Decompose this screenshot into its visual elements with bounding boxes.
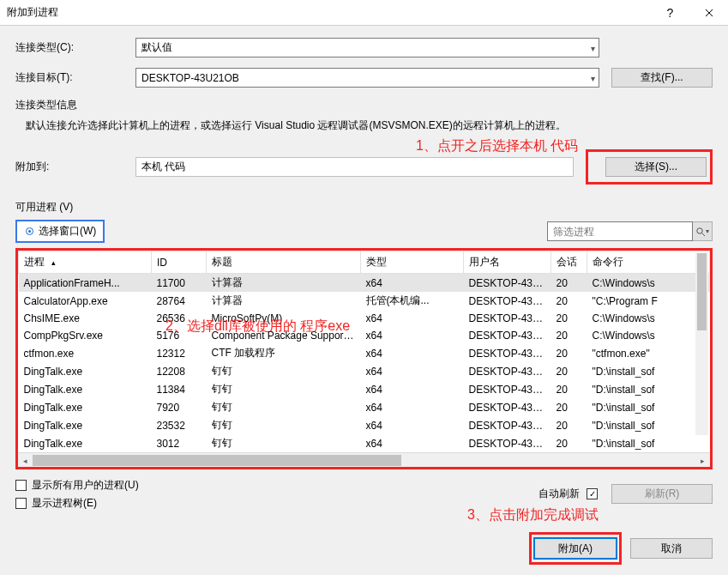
vertical-scrollbar[interactable] [695, 253, 708, 435]
cell-session: 20 [551, 416, 587, 434]
cell-cmd: "C:\Program F [587, 292, 710, 310]
scroll-left-icon[interactable]: ◂ [18, 453, 33, 468]
cell-type: 托管(本机编... [361, 292, 464, 310]
cell-process: ApplicationFrameH... [19, 274, 152, 293]
window-title: 附加到进程 [7, 5, 651, 20]
cell-title: 钉钉 [207, 380, 361, 398]
cell-title: 计算器 [207, 292, 361, 310]
table-row[interactable]: ApplicationFrameH...11700计算器x64DESKTOP-4… [19, 274, 710, 293]
process-table[interactable]: 进程▴ ID 标题 类型 用户名 会话 命令行 ApplicationFrame… [18, 251, 710, 452]
table-row[interactable]: DingTalk.exe3012钉钉x64DESKTOP-43U21O...20… [19, 434, 710, 452]
search-icon [695, 227, 706, 237]
chevron-down-icon: ▾ [591, 73, 595, 82]
attach-to-field: 本机 代码 [135, 157, 574, 177]
cell-user: DESKTOP-43U21O... [464, 344, 551, 362]
table-row[interactable]: DingTalk.exe7920钉钉x64DESKTOP-43U21O...20… [19, 398, 710, 416]
horizontal-scrollbar[interactable]: ◂ ▸ [18, 452, 710, 467]
connection-type-value: 默认值 [141, 40, 172, 55]
auto-refresh-checkbox[interactable]: ✓ [587, 488, 598, 499]
table-row[interactable]: DingTalk.exe12208钉钉x64DESKTOP-43U21O...2… [19, 362, 710, 380]
cell-session: 20 [551, 434, 587, 452]
cell-id: 26536 [152, 310, 207, 327]
cell-user: DESKTOP-43U21O... [464, 327, 551, 344]
cell-id: 7920 [152, 398, 207, 416]
cell-session: 20 [551, 398, 587, 416]
cell-user: DESKTOP-43U21O... [464, 434, 551, 452]
col-type[interactable]: 类型 [361, 251, 464, 274]
svg-line-3 [702, 233, 706, 236]
connection-info-heading: 连接类型信息 [15, 98, 713, 112]
cell-id: 11384 [152, 380, 207, 398]
cell-id: 28764 [152, 292, 207, 310]
cell-process: CompPkgSrv.exe [19, 327, 152, 344]
cell-type: x64 [361, 344, 464, 362]
table-header-row[interactable]: 进程▴ ID 标题 类型 用户名 会话 命令行 [19, 251, 710, 274]
svg-point-2 [697, 227, 702, 233]
table-row[interactable]: CalculatorApp.exe28764计算器托管(本机编...DESKTO… [19, 292, 710, 310]
show-process-tree-checkbox[interactable] [15, 498, 27, 509]
cell-process: DingTalk.exe [19, 398, 152, 416]
search-button[interactable]: ▾ [693, 221, 713, 241]
cell-process: DingTalk.exe [19, 434, 152, 452]
cell-type: x64 [361, 416, 464, 434]
scroll-right-icon[interactable]: ▸ [695, 453, 710, 468]
find-button[interactable]: 查找(F)... [611, 68, 713, 88]
col-id[interactable]: ID [152, 251, 207, 274]
table-row[interactable]: DingTalk.exe11384钉钉x64DESKTOP-43U21O...2… [19, 380, 710, 398]
select-button[interactable]: 选择(S)... [605, 157, 707, 177]
auto-refresh-label: 自动刷新 [538, 487, 580, 501]
connection-target-value: DESKTOP-43U21OB [141, 72, 239, 84]
cancel-button[interactable]: 取消 [630, 538, 713, 559]
cell-id: 12312 [152, 344, 207, 362]
table-row[interactable]: CompPkgSrv.exe5176Component Package Supp… [19, 327, 710, 344]
cell-session: 20 [551, 380, 587, 398]
svg-point-1 [28, 230, 31, 233]
process-table-highlight: 进程▴ ID 标题 类型 用户名 会话 命令行 ApplicationFrame… [15, 248, 713, 469]
cell-session: 20 [551, 362, 587, 380]
cell-type: x64 [361, 380, 464, 398]
cell-title: CTF 加载程序 [207, 344, 361, 362]
table-row[interactable]: DingTalk.exe23532钉钉x64DESKTOP-43U21O...2… [19, 416, 710, 434]
col-user[interactable]: 用户名 [464, 251, 551, 274]
col-session[interactable]: 会话 [551, 251, 587, 274]
cell-user: DESKTOP-43U21O... [464, 274, 551, 293]
cell-session: 20 [551, 292, 587, 310]
cell-id: 12208 [152, 362, 207, 380]
cell-cmd: "D:\install_sof [587, 398, 710, 416]
connection-type-label: 连接类型(C): [15, 40, 135, 55]
refresh-button[interactable]: 刷新(R) [611, 484, 713, 504]
connection-type-select[interactable]: 默认值 ▾ [135, 38, 599, 58]
cell-cmd: "D:\install_sof [587, 416, 710, 434]
table-row[interactable]: ctfmon.exe12312CTF 加载程序x64DESKTOP-43U21O… [19, 344, 710, 362]
select-window-button[interactable]: 选择窗口(W) [15, 220, 105, 243]
connection-target-label: 连接目标(T): [15, 70, 135, 85]
cell-session: 20 [551, 344, 587, 362]
filter-input[interactable] [547, 221, 693, 241]
cell-process: DingTalk.exe [19, 380, 152, 398]
close-icon[interactable] [689, 0, 728, 26]
cell-cmd: "ctfmon.exe" [587, 344, 710, 362]
cell-id: 11700 [152, 274, 207, 293]
cell-title: 钉钉 [207, 416, 361, 434]
attach-to-label: 附加到: [15, 160, 135, 174]
sort-asc-icon: ▴ [51, 258, 56, 267]
chevron-down-icon: ▾ [591, 43, 595, 52]
attach-button[interactable]: 附加(A) [534, 538, 617, 559]
cell-type: x64 [361, 398, 464, 416]
col-cmdline[interactable]: 命令行 [587, 251, 710, 274]
cell-user: DESKTOP-43U21O... [464, 362, 551, 380]
show-all-users-label: 显示所有用户的进程(U) [32, 478, 139, 493]
available-processes-label: 可用进程 (V) [15, 200, 713, 215]
table-row[interactable]: ChsIME.exe26536MicroSoftPy(M)x64DESKTOP-… [19, 310, 710, 327]
col-process[interactable]: 进程▴ [19, 251, 152, 274]
show-all-users-checkbox[interactable] [15, 480, 27, 491]
help-icon[interactable]: ? [651, 0, 689, 26]
cell-user: DESKTOP-43U21O... [464, 416, 551, 434]
cell-type: x64 [361, 327, 464, 344]
connection-target-select[interactable]: DESKTOP-43U21OB ▾ [135, 68, 599, 88]
cell-id: 3012 [152, 434, 207, 452]
cell-cmd: "D:\install_sof [587, 434, 710, 452]
col-title[interactable]: 标题 [207, 251, 361, 274]
cell-user: DESKTOP-43U21O... [464, 398, 551, 416]
cell-title: 计算器 [207, 274, 361, 293]
